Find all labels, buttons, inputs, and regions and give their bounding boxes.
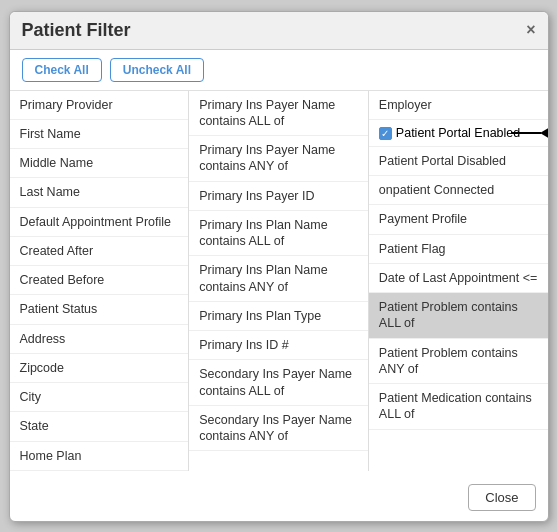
list-item[interactable]: Primary Ins Plan Name contains ANY of <box>189 256 368 302</box>
list-item[interactable]: Primary Ins Payer Name contains ANY of <box>189 136 368 182</box>
close-x-button[interactable]: × <box>526 21 535 39</box>
portal-enabled-checkbox[interactable] <box>379 127 392 140</box>
list-item[interactable]: Patient Problem contains ALL of <box>369 293 548 339</box>
patient-filter-modal: Patient Filter × Check All Uncheck All P… <box>9 11 549 522</box>
list-item[interactable]: Patient Medication contains ALL of <box>369 384 548 430</box>
modal-title: Patient Filter <box>22 20 131 41</box>
list-item[interactable]: Primary Ins ID # <box>189 331 368 360</box>
list-item[interactable]: Primary Ins Plan Type <box>189 302 368 331</box>
list-item[interactable]: Default Appointment Profile <box>10 208 189 237</box>
column-1: Primary ProviderFirst NameMiddle NameLas… <box>10 91 190 471</box>
arrow-annotation <box>511 127 548 139</box>
column-3: Employer Patient Portal Enabled Patient … <box>369 91 548 471</box>
list-item[interactable]: Payment Profile <box>369 205 548 234</box>
list-item[interactable]: Employer <box>369 91 548 120</box>
uncheck-all-button[interactable]: Uncheck All <box>110 58 204 82</box>
list-item[interactable]: Address <box>10 325 189 354</box>
list-item[interactable]: Created After <box>10 237 189 266</box>
list-item[interactable]: Patient Flag <box>369 235 548 264</box>
list-item[interactable]: Patient Portal Disabled <box>369 147 548 176</box>
list-item[interactable]: Primary Ins Payer Name contains ALL of <box>189 91 368 137</box>
columns-container: Primary ProviderFirst NameMiddle NameLas… <box>10 91 548 471</box>
list-item[interactable]: Date of Last Appointment <= <box>369 264 548 293</box>
list-item[interactable]: Created Before <box>10 266 189 295</box>
list-item[interactable]: Primary Provider <box>10 91 189 120</box>
list-item[interactable]: Primary Ins Payer ID <box>189 182 368 211</box>
close-button[interactable]: Close <box>468 484 535 511</box>
list-item[interactable]: Zipcode <box>10 354 189 383</box>
modal-toolbar: Check All Uncheck All <box>10 50 548 91</box>
modal-header: Patient Filter × <box>10 12 548 50</box>
list-item[interactable]: Last Name <box>10 178 189 207</box>
list-item[interactable]: First Name <box>10 120 189 149</box>
list-item[interactable]: City <box>10 383 189 412</box>
list-item[interactable]: Middle Name <box>10 149 189 178</box>
patient-portal-enabled-item[interactable]: Patient Portal Enabled <box>369 120 548 147</box>
list-item[interactable]: Secondary Ins Payer Name contains ANY of <box>189 406 368 452</box>
list-item[interactable]: onpatient Connected <box>369 176 548 205</box>
list-item[interactable]: State <box>10 412 189 441</box>
list-item[interactable]: Primary Ins Plan Name contains ALL of <box>189 211 368 257</box>
check-all-button[interactable]: Check All <box>22 58 102 82</box>
list-item[interactable]: Secondary Ins Payer Name contains ALL of <box>189 360 368 406</box>
portal-enabled-label: Patient Portal Enabled <box>396 126 520 140</box>
list-item[interactable]: Patient Problem contains ANY of <box>369 339 548 385</box>
list-item[interactable]: Patient Status <box>10 295 189 324</box>
list-item[interactable]: Home Plan <box>10 442 189 471</box>
column-2: Primary Ins Payer Name contains ALL ofPr… <box>189 91 369 471</box>
modal-footer: Close <box>468 484 535 511</box>
